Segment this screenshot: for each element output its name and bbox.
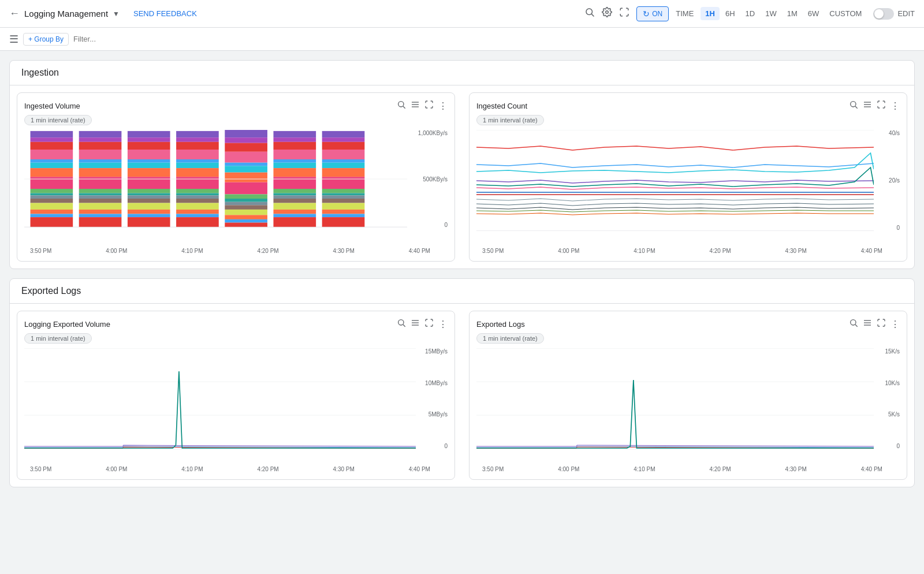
svg-rect-45: [128, 163, 170, 168]
refresh-button[interactable]: ↻ ON: [636, 6, 669, 21]
exported-logs-actions: ⋮: [849, 318, 900, 330]
ingested-count-header: Ingested Count ⋮: [476, 100, 900, 111]
chart-more-icon[interactable]: ⋮: [438, 100, 448, 111]
title-dropdown-icon[interactable]: ▼: [113, 10, 120, 18]
svg-rect-9: [31, 137, 73, 142]
x-label-4: 4:20 PM: [709, 248, 731, 254]
x-label-6: 4:40 PM: [409, 466, 430, 472]
svg-rect-15: [31, 177, 73, 189]
svg-rect-25: [79, 137, 122, 142]
svg-point-3: [398, 102, 404, 107]
x-label-5: 4:30 PM: [785, 248, 807, 254]
y-label-bottom: 0: [444, 222, 448, 228]
time-opt-1m[interactable]: 1M: [783, 7, 802, 20]
chart-expand-icon-4[interactable]: [877, 318, 886, 330]
svg-point-139: [851, 320, 856, 325]
svg-rect-57: [176, 137, 219, 142]
svg-rect-24: [79, 131, 122, 137]
chart-expand-icon[interactable]: [424, 100, 434, 111]
svg-rect-110: [322, 168, 365, 177]
menu-icon[interactable]: ☰: [9, 33, 18, 46]
settings-icon[interactable]: [602, 7, 612, 20]
group-by-button[interactable]: + Group By: [23, 33, 69, 46]
x-label-1: 3:50 PM: [482, 466, 504, 472]
svg-rect-18: [31, 195, 73, 199]
svg-rect-56: [176, 131, 219, 137]
toggle-switch[interactable]: [873, 8, 894, 20]
svg-rect-38: [79, 214, 122, 217]
x-label-4: 4:20 PM: [709, 466, 731, 472]
ingested-volume-card: Ingested Volume ⋮ 1 min in: [17, 92, 455, 262]
svg-rect-117: [322, 210, 365, 214]
chart-expand-icon-2[interactable]: [877, 100, 886, 111]
ingested-count-title: Ingested Count: [476, 102, 527, 110]
svg-rect-88: [273, 131, 316, 137]
exported-logs-x-axis: 3:50 PM 4:00 PM 4:10 PM 4:20 PM 4:30 PM …: [476, 464, 900, 472]
svg-rect-58: [176, 142, 219, 150]
chart-expand-icon-3[interactable]: [424, 318, 434, 330]
back-button[interactable]: ←: [9, 8, 20, 20]
x-label-3: 4:10 PM: [634, 466, 655, 472]
logging-exported-volume-y-axis: 15MBy/s 10MBy/s 5MBy/s 0: [425, 348, 448, 449]
svg-rect-81: [225, 199, 267, 202]
svg-rect-66: [176, 195, 219, 199]
time-opt-6w[interactable]: 6W: [803, 7, 824, 20]
svg-rect-103: [273, 217, 316, 227]
svg-rect-55: [128, 217, 170, 227]
y-label-20: 20/s: [889, 177, 900, 184]
svg-rect-101: [273, 210, 316, 214]
send-feedback-link[interactable]: SEND FEEDBACK: [133, 9, 197, 18]
time-opt-6h[interactable]: 6H: [721, 7, 740, 20]
svg-rect-109: [322, 163, 365, 168]
logging-exported-volume-interval: 1 min interval (rate): [24, 333, 92, 344]
svg-rect-74: [225, 143, 267, 152]
svg-rect-61: [176, 163, 219, 168]
chart-legend-icon[interactable]: [411, 100, 420, 111]
chart-more-icon-4[interactable]: ⋮: [891, 319, 900, 330]
ingested-volume-svg: [24, 130, 407, 228]
svg-rect-87: [225, 223, 267, 228]
chart-more-icon-2[interactable]: ⋮: [891, 100, 900, 111]
time-opt-1h[interactable]: 1H: [701, 7, 720, 20]
ingested-count-interval: 1 min interval (rate): [476, 115, 544, 125]
x-label-6: 4:40 PM: [861, 466, 882, 472]
svg-rect-48: [128, 189, 170, 193]
svg-rect-50: [128, 195, 170, 199]
ingestion-charts-grid: Ingested Volume ⋮ 1 min in: [10, 85, 914, 269]
time-opt-1d[interactable]: 1D: [741, 7, 760, 20]
svg-rect-31: [79, 177, 122, 189]
svg-rect-76: [225, 163, 267, 166]
svg-rect-85: [225, 215, 267, 219]
y-label-15mb: 15MBy/s: [425, 348, 448, 355]
svg-rect-111: [322, 177, 365, 189]
fullscreen-icon[interactable]: [619, 7, 629, 20]
chart-search-icon[interactable]: [397, 100, 406, 111]
chart-legend-icon-2[interactable]: [863, 100, 872, 111]
time-opt-custom[interactable]: CUSTOM: [825, 7, 866, 20]
svg-rect-17: [31, 193, 73, 196]
x-label-2: 4:00 PM: [106, 466, 127, 472]
svg-rect-92: [273, 159, 316, 163]
y-label-0: 0: [896, 225, 900, 231]
svg-rect-100: [273, 203, 316, 210]
svg-point-0: [586, 9, 593, 15]
time-opt-1w[interactable]: 1W: [761, 7, 781, 20]
x-label-1: 3:50 PM: [30, 248, 51, 254]
svg-rect-47: [128, 177, 170, 189]
y-label-5mb: 5MBy/s: [429, 411, 448, 418]
chart-more-icon-3[interactable]: ⋮: [438, 319, 448, 330]
chart-legend-icon-3[interactable]: [411, 318, 420, 330]
chart-search-icon-2[interactable]: [849, 100, 858, 111]
chart-search-icon-4[interactable]: [849, 318, 858, 330]
svg-rect-14: [31, 168, 73, 177]
chart-legend-icon-4[interactable]: [863, 318, 872, 330]
chart-search-icon-3[interactable]: [397, 318, 406, 330]
filter-input[interactable]: [73, 35, 915, 43]
y-label-top: 1,000KBy/s: [418, 130, 448, 136]
svg-rect-62: [176, 168, 219, 177]
ingestion-section-title: Ingestion: [21, 68, 59, 77]
edit-toggle[interactable]: EDIT: [873, 8, 915, 20]
main-content: Ingestion Ingested Volume: [0, 51, 924, 506]
y-axis-labels: 1,000KBy/s 500KBy/s 0: [418, 130, 448, 228]
search-icon[interactable]: [584, 7, 595, 20]
